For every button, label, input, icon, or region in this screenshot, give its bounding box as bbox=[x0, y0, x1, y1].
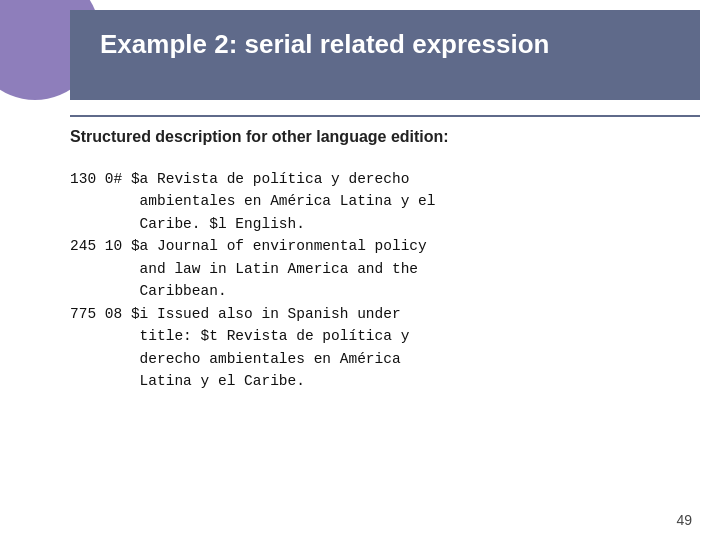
divider bbox=[70, 115, 700, 117]
marc-record-text: 130 0# $a Revista de política y derecho … bbox=[70, 168, 700, 393]
header-box: Example 2: serial related expression bbox=[70, 10, 700, 100]
slide-container: Example 2: serial related expression Str… bbox=[0, 0, 720, 540]
subtitle: Structured description for other languag… bbox=[70, 128, 700, 146]
slide-title: Example 2: serial related expression bbox=[100, 28, 680, 62]
content-area: 130 0# $a Revista de política y derecho … bbox=[70, 168, 700, 500]
page-number: 49 bbox=[676, 512, 692, 528]
